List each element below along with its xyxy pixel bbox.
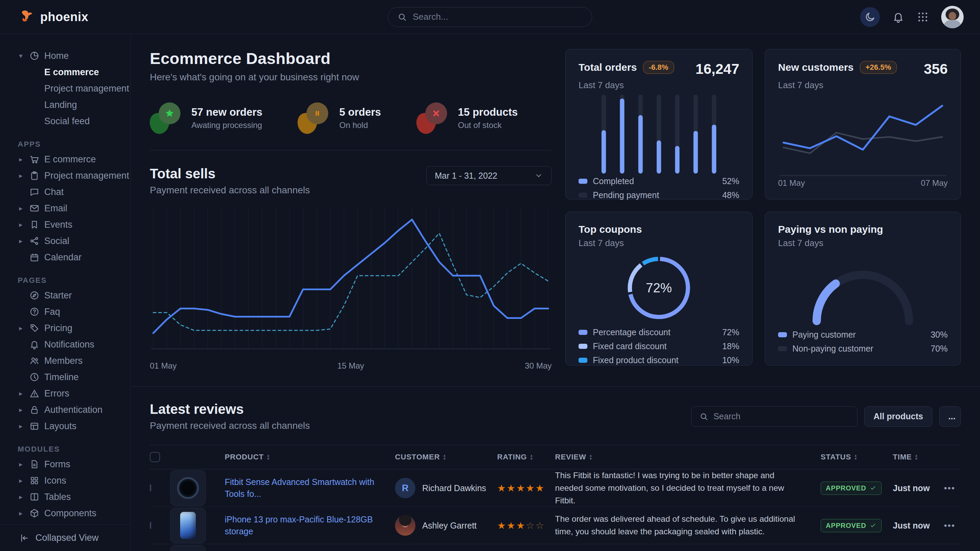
date-range-select[interactable]: Mar 1 - 31, 2022: [426, 166, 552, 185]
calendar-icon: [29, 252, 40, 262]
product-thumbnail[interactable]: [170, 470, 206, 506]
bookmark-icon: [29, 219, 40, 230]
sidebar-item-events[interactable]: ▸Events: [0, 216, 130, 233]
chevron-down-icon: ▾: [17, 52, 24, 60]
global-search[interactable]: [388, 7, 592, 27]
apps-grid-button[interactable]: [917, 11, 929, 23]
review-time: Just now: [893, 521, 944, 530]
product-link[interactable]: iPhone 13 pro max-Pacific Blue-128GB sto…: [225, 514, 395, 537]
all-products-button[interactable]: All products: [864, 407, 932, 427]
legend-label: Non-paying customer: [792, 344, 873, 354]
legend-value: 30%: [931, 330, 948, 340]
top-coupons-title: Top coupons: [579, 224, 739, 235]
cart-icon: [29, 154, 40, 164]
chevron-right-icon: ▸: [17, 221, 24, 229]
total-orders-legend: Completed52%Pending payment48%: [579, 176, 739, 200]
sidebar-item-components[interactable]: ▸Components: [0, 505, 130, 521]
sidebar-subitem-social-feed[interactable]: Social feed: [0, 113, 130, 129]
product-thumbnail[interactable]: [170, 545, 206, 551]
total-orders-value: 16,247: [696, 61, 739, 77]
stat-sub: Awating processing: [191, 121, 262, 130]
legend-swatch: [579, 179, 587, 184]
sidebar-item-forms[interactable]: ▸Forms: [0, 456, 130, 472]
collapsed-view-toggle[interactable]: Collapsed View: [0, 524, 130, 551]
legend-value: 72%: [722, 327, 739, 337]
customer-avatar: R: [395, 478, 415, 498]
dashboard-right-column: Total orders -6.8% 16,247 Last 7 days Co…: [565, 49, 961, 371]
collapsed-view-label: Collapsed View: [35, 533, 99, 543]
sidebar-subitem-e-commerce[interactable]: E commerce: [0, 64, 130, 80]
sidebar-item-authentication[interactable]: ▸Authentication: [0, 402, 130, 418]
total-orders-title: Total orders: [579, 62, 637, 73]
sidebar-item-members[interactable]: Members: [0, 353, 130, 369]
brand-name: phoenix: [40, 10, 89, 24]
sidebar-item-chat[interactable]: Chat: [0, 184, 130, 200]
sidebar-item-errors[interactable]: ▸Errors: [0, 385, 130, 402]
warning-icon: [29, 388, 40, 399]
col-customer[interactable]: CUSTOMER▴▾: [395, 453, 497, 462]
col-status[interactable]: STATUS▴▾: [821, 453, 893, 462]
reviews-search-input[interactable]: [713, 411, 850, 421]
sidebar-item-faq[interactable]: Faq: [0, 303, 130, 320]
col-product[interactable]: PRODUCT▴▾: [225, 453, 395, 462]
sidebar-item-email[interactable]: ▸Email: [0, 200, 130, 216]
x-axis-label: 30 May: [525, 361, 552, 371]
product-thumbnail[interactable]: [170, 508, 206, 543]
sidebar-item-project-management[interactable]: ▸Project management: [0, 167, 130, 184]
sort-icon: ▴▾: [443, 454, 446, 460]
row-actions-button[interactable]: •••: [944, 520, 961, 531]
chevron-down-icon: [534, 171, 543, 180]
row-checkbox[interactable]: [150, 522, 151, 529]
legend-swatch: [579, 330, 587, 335]
sort-icon: ▴▾: [531, 454, 533, 460]
total-sells-subtitle: Payment received across all channels: [150, 185, 310, 196]
sidebar-item-layouts[interactable]: ▸Layouts: [0, 418, 130, 434]
sidebar-item-tables[interactable]: ▸Tables: [0, 489, 130, 505]
compass-icon: [29, 290, 40, 300]
row-actions-button[interactable]: •••: [944, 483, 961, 494]
sidebar-item-social[interactable]: ▸Social: [0, 233, 130, 249]
brand-logo[interactable]: phoenix: [19, 9, 89, 25]
sidebar-item-home[interactable]: ▾Home: [0, 48, 130, 64]
stat-5-orders: 5 ordersOn hold: [298, 102, 381, 134]
sidebar-item-pricing[interactable]: ▸Pricing: [0, 320, 130, 336]
reviews-more-button[interactable]: ...: [939, 407, 961, 427]
row-checkbox[interactable]: [150, 484, 151, 491]
sidebar-nav: ▾HomeE commerceProject managementLanding…: [0, 34, 130, 524]
stat-value: 15 products: [458, 106, 518, 118]
sidebar-item-starter[interactable]: Starter: [0, 287, 130, 303]
product-link[interactable]: Fitbit Sense Advanced Smartwatch with To…: [225, 476, 395, 500]
legend-label: Pending payment: [593, 190, 659, 200]
avatar-figure: [943, 20, 961, 28]
sidebar-section-modules: MODULES: [0, 442, 130, 456]
pie-chart-icon: [29, 51, 40, 61]
users-icon: [29, 356, 40, 366]
user-avatar[interactable]: [941, 6, 964, 28]
sidebar-item-calendar[interactable]: Calendar: [0, 249, 130, 265]
sidebar-subitem-project-management[interactable]: Project management: [0, 80, 130, 97]
select-all-checkbox[interactable]: [150, 452, 160, 462]
file-text-icon: [29, 459, 40, 469]
global-search-input[interactable]: [413, 11, 583, 22]
sidebar-item-e-commerce[interactable]: ▸E commerce: [0, 151, 130, 167]
customer-avatar: [395, 515, 415, 536]
sidebar-item-timeline[interactable]: Timeline: [0, 369, 130, 385]
stat-value: 57 new orders: [191, 106, 262, 118]
paying-card: Paying vs non paying Last 7 days Paying …: [765, 212, 961, 365]
col-rating[interactable]: RATING▴▾: [497, 453, 555, 462]
chat-icon: [29, 187, 40, 197]
reviews-search[interactable]: [691, 407, 858, 427]
notifications-button[interactable]: [892, 11, 904, 23]
col-time[interactable]: TIME▴▾: [893, 453, 944, 462]
columns-icon: [29, 492, 40, 502]
check-icon: [870, 522, 877, 529]
col-review[interactable]: REVIEW▴▾: [555, 453, 821, 462]
sidebar-subitem-landing[interactable]: Landing: [0, 97, 130, 113]
review-text: The order was delivered ahead of schedul…: [555, 513, 821, 538]
chevron-right-icon: ▸: [17, 237, 24, 245]
sidebar-item-notifications[interactable]: Notifications: [0, 336, 130, 353]
theme-toggle-button[interactable]: [860, 7, 880, 27]
sidebar-item-icons[interactable]: ▸Icons: [0, 472, 130, 489]
bell-icon: [892, 11, 904, 23]
legend-value: 48%: [722, 190, 739, 200]
